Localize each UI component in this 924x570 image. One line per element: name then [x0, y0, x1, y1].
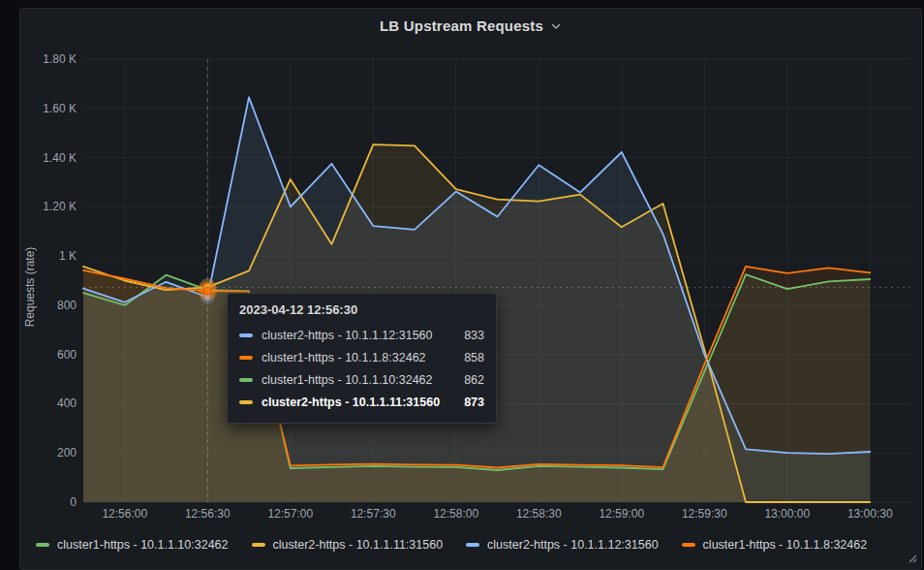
panel-resize-handle[interactable]	[906, 552, 917, 563]
hover-point	[203, 287, 211, 295]
tooltip-row: cluster1-https - 10.1.1.10:32462 862	[239, 368, 484, 391]
series-color-swatch	[239, 356, 253, 360]
legend-item-label: cluster2-https - 10.1.1.11:31560	[273, 538, 444, 552]
tooltip-series-value: 873	[450, 396, 484, 409]
series-color-swatch	[682, 543, 695, 547]
series-color-swatch	[466, 543, 479, 547]
legend: cluster1-https - 10.1.1.10:32462 cluster…	[28, 533, 913, 556]
tooltip-series-label: cluster1-https - 10.1.1.10:32462	[262, 373, 433, 387]
tooltip-row: cluster2-https - 10.1.1.12:31560 833	[239, 324, 484, 346]
tooltip: 2023-04-12 12:56:30 cluster2-https - 10.…	[227, 293, 497, 424]
grafana-dashboard: LB Upstream Requests Requests (rate) 020…	[0, 0, 924, 570]
grafana-panel: LB Upstream Requests Requests (rate) 020…	[19, 8, 922, 570]
legend-item[interactable]: cluster1-https - 10.1.1.10:32462	[36, 538, 229, 552]
tooltip-series-value: 858	[450, 351, 484, 364]
legend-item[interactable]: cluster2-https - 10.1.1.11:31560	[252, 538, 444, 552]
legend-item[interactable]: cluster2-https - 10.1.1.12:31560	[466, 538, 659, 552]
tooltip-series-value: 833	[450, 329, 484, 342]
series-color-swatch	[239, 378, 253, 382]
legend-item-label: cluster1-https - 10.1.1.8:32462	[703, 538, 868, 552]
tooltip-row: cluster2-https - 10.1.1.11:31560 873	[239, 391, 484, 413]
series-color-swatch	[239, 400, 253, 404]
legend-item-label: cluster1-https - 10.1.1.10:32462	[57, 538, 229, 552]
series-color-swatch	[36, 543, 49, 547]
tooltip-series-label: cluster2-https - 10.1.1.12:31560	[262, 329, 433, 342]
series-color-swatch	[239, 333, 253, 337]
series-color-swatch	[252, 543, 265, 547]
tooltip-series-label: cluster1-https - 10.1.1.8:32462	[262, 351, 426, 364]
tooltip-timestamp: 2023-04-12 12:56:30	[239, 302, 484, 317]
legend-item-label: cluster2-https - 10.1.1.12:31560	[487, 538, 659, 552]
tooltip-row: cluster1-https - 10.1.1.8:32462 858	[239, 346, 484, 368]
tooltip-series-value: 862	[450, 373, 484, 387]
tooltip-series-label: cluster2-https - 10.1.1.11:31560	[262, 396, 440, 409]
legend-item[interactable]: cluster1-https - 10.1.1.8:32462	[682, 538, 868, 552]
time-series-chart[interactable]	[20, 9, 923, 570]
